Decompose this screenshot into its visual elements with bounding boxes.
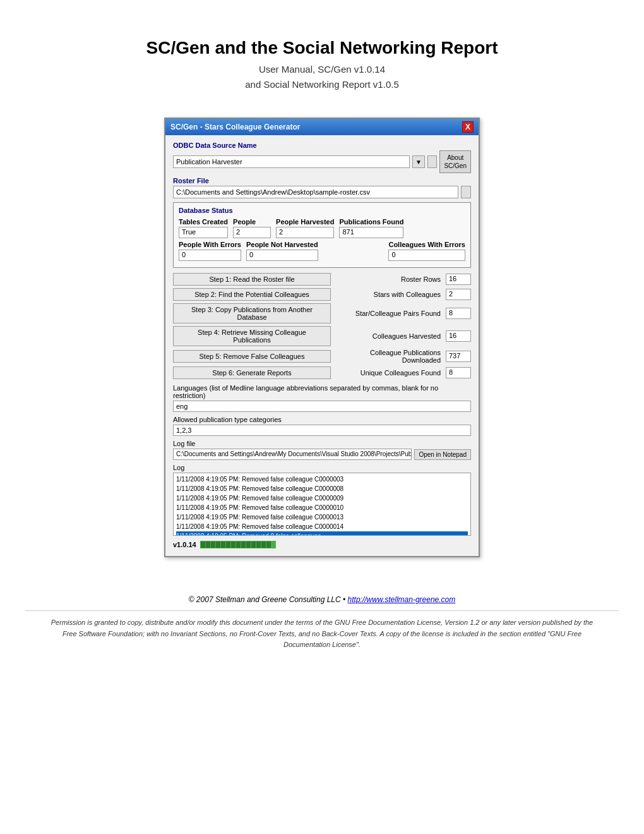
log-box[interactable]: 1/11/2008 4:19:05 PM: Removed false coll…: [173, 473, 471, 536]
version-text: v1.0.14: [173, 541, 196, 548]
pub-types-label: Allowed publication type categories: [173, 416, 471, 423]
footer-copyright: © 2007 Stellman and Greene Consulting LL…: [25, 595, 619, 604]
open-notepad-btn[interactable]: Open in Notepad: [414, 449, 471, 460]
step-4-result-value: 16: [446, 330, 471, 342]
footer-link[interactable]: http://www.stellman-greene.com: [348, 595, 456, 604]
step-row-3: Step 3: Copy Publications from Another D…: [173, 303, 471, 323]
log-line: 1/11/2008 4:19:05 PM: Removed false coll…: [176, 522, 468, 531]
pub-types-input[interactable]: [173, 425, 471, 436]
progress-segment: [261, 541, 266, 548]
step-row-1: Step 1: Read the Roster fileRoster Rows1…: [173, 273, 471, 286]
step-6-button[interactable]: Step 6: Generate Reports: [173, 366, 331, 379]
step-row-6: Step 6: Generate ReportsUnique Colleague…: [173, 366, 471, 379]
log-line: 1/11/2008 4:19:05 PM: Removed false coll…: [176, 474, 468, 484]
progress-segment: [251, 541, 256, 548]
step-row-4: Step 4: Retrieve Missing Colleague Publi…: [173, 326, 471, 346]
progress-segment: [226, 541, 230, 548]
log-line: 1/11/2008 4:19:05 PM: Removed 8 false co…: [176, 531, 468, 536]
logfile-section: Log file C:\Documents and Settings\Andre…: [173, 440, 471, 460]
log-label: Log: [173, 464, 471, 471]
step-4-result-label: Colleagues Harvested: [336, 332, 441, 340]
footer-license: Permission is granted to copy, distribut…: [51, 617, 593, 651]
log-line: 1/11/2008 4:19:05 PM: Removed false coll…: [176, 484, 468, 493]
window-title: SC/Gen - Stars Colleague Generator: [170, 123, 300, 131]
progress-segment: [221, 541, 225, 548]
progress-segments: [200, 541, 271, 548]
footer: © 2007 Stellman and Greene Consulting LL…: [25, 595, 619, 651]
step-3-button[interactable]: Step 3: Copy Publications from Another D…: [173, 303, 331, 323]
not-harvested-label: People Not Harvested: [246, 241, 318, 248]
logfile-input: C:\Documents and Settings\Andrew\My Docu…: [173, 449, 412, 460]
progress-segment: [201, 541, 205, 548]
publications-found-label: Publications Found: [339, 218, 403, 226]
step-row-5: Step 5: Remove False ColleaguesColleague…: [173, 349, 471, 364]
step-4-button[interactable]: Step 4: Retrieve Missing Colleague Publi…: [173, 326, 331, 346]
pub-types-section: Allowed publication type categories: [173, 416, 471, 436]
progress-segment: [256, 541, 261, 548]
roster-browse-btn[interactable]: [461, 186, 471, 198]
step-1-button[interactable]: Step 1: Read the Roster file: [173, 273, 331, 286]
progress-segment: [236, 541, 241, 548]
step-5-result-value: 737: [446, 351, 471, 362]
people-label: People: [233, 218, 271, 226]
step-row-2: Step 2: Find the Potential ColleaguesSta…: [173, 288, 471, 301]
odbc-dropdown-btn[interactable]: ▼: [412, 155, 425, 168]
title-bar: SC/Gen - Stars Colleague Generator X: [165, 119, 479, 135]
step-1-result-value: 16: [446, 274, 471, 285]
tables-created-value: True: [179, 227, 228, 238]
db-status-box: Database Status Tables Created True Peop…: [173, 202, 471, 268]
step-6-result-value: 8: [446, 367, 471, 378]
log-line: 1/11/2008 4:19:05 PM: Removed false coll…: [176, 493, 468, 503]
odbc-input[interactable]: [173, 155, 410, 168]
progress-bar: [200, 541, 276, 548]
db-status-title: Database Status: [179, 207, 465, 214]
people-harvested-label: People Harvested: [276, 218, 334, 226]
people-errors-value: 0: [179, 250, 241, 261]
progress-segment: [231, 541, 236, 548]
roster-label: Roster File: [173, 177, 471, 184]
progress-segment: [216, 541, 220, 548]
app-window: SC/Gen - Stars Colleague Generator X ODB…: [164, 118, 480, 557]
progress-segment: [211, 541, 215, 548]
close-button[interactable]: X: [462, 121, 474, 133]
page-title: SC/Gen and the Social Networking Report: [146, 38, 498, 58]
step-2-button[interactable]: Step 2: Find the Potential Colleagues: [173, 288, 331, 301]
people-harvested-value: 2: [276, 227, 334, 238]
log-section: Log 1/11/2008 4:19:05 PM: Removed false …: [173, 464, 471, 536]
progress-segment: [246, 541, 251, 548]
not-harvested-value: 0: [246, 250, 318, 261]
publications-found-value: 871: [339, 227, 403, 238]
step-3-result-value: 8: [446, 308, 471, 319]
tables-created-label: Tables Created: [179, 218, 228, 226]
log-line: 1/11/2008 4:19:05 PM: Removed false coll…: [176, 512, 468, 522]
steps-area: Step 1: Read the Roster fileRoster Rows1…: [173, 273, 471, 379]
step-5-result-label: Colleague Publications Downloaded: [336, 349, 441, 364]
log-line: 1/11/2008 4:19:05 PM: Removed false coll…: [176, 503, 468, 512]
languages-section: Languages (list of Medline language abbr…: [173, 384, 471, 412]
odbc-label: ODBC Data Source Name: [173, 142, 471, 149]
page-subtitle: User Manual, SC/Gen v1.0.14 and Social N…: [245, 62, 398, 92]
colleagues-errors-value: 0: [388, 250, 465, 261]
step-2-result-label: Stars with Colleagues: [336, 291, 441, 298]
step-1-result-label: Roster Rows: [336, 275, 441, 283]
logfile-label: Log file: [173, 440, 471, 447]
progress-segment: [241, 541, 246, 548]
step-6-result-label: Unique Colleagues Found: [336, 369, 441, 377]
about-btn[interactable]: AboutSC/Gen: [439, 150, 471, 173]
odbc-extra-btn[interactable]: [427, 155, 438, 168]
languages-label: Languages (list of Medline language abbr…: [173, 384, 471, 399]
people-errors-label: People With Errors: [179, 241, 241, 248]
progress-segment: [266, 541, 271, 548]
languages-input[interactable]: [173, 401, 471, 412]
step-3-result-label: Star/Colleague Pairs Found: [336, 310, 441, 317]
step-2-result-value: 2: [446, 289, 471, 300]
version-bar: v1.0.14: [173, 540, 471, 550]
progress-segment: [206, 541, 210, 548]
colleagues-errors-label: Colleagues With Errors: [388, 241, 465, 248]
roster-input[interactable]: [173, 186, 458, 198]
people-value: 2: [233, 227, 271, 238]
step-5-button[interactable]: Step 5: Remove False Colleagues: [173, 350, 331, 363]
